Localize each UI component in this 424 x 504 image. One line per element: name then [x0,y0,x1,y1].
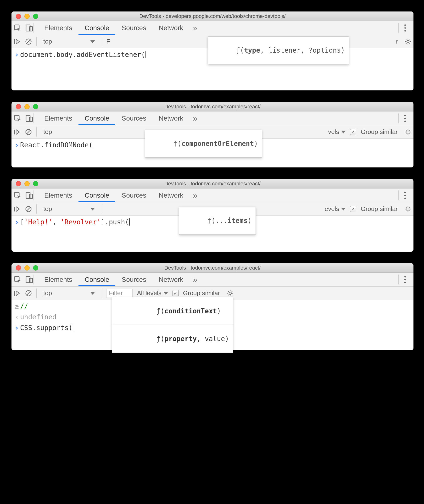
chevron-down-icon [90,208,95,210]
sidebar-toggle-icon[interactable] [13,38,21,45]
device-toolbar-icon[interactable] [25,276,33,284]
context-label: top [43,38,52,45]
close-icon[interactable] [16,265,21,270]
svg-line-12 [27,130,30,134]
settings-gear-icon[interactable] [404,205,412,213]
kebab-menu-icon[interactable] [404,195,406,196]
tab-sources[interactable]: Sources [115,111,152,125]
window-title: DevTools - todomvc.com/examples/react/ [12,265,413,271]
tab-console[interactable]: Console [79,273,116,286]
log-levels-select[interactable]: vels [328,128,346,136]
devtools-window: DevTools - developers.google.com/web/too… [12,12,413,90]
clear-console-icon[interactable] [25,129,32,136]
tab-elements[interactable]: Elements [38,273,79,286]
panel-tabs: Elements Console Sources Network » [38,189,201,202]
close-icon[interactable] [16,181,21,186]
tab-elements[interactable]: Elements [38,111,79,125]
filter-placeholder: Filter [109,289,123,297]
tab-network[interactable]: Network [152,111,189,125]
settings-gear-icon[interactable] [227,290,234,297]
device-toolbar-icon[interactable] [25,24,33,32]
minimize-icon[interactable] [25,14,30,19]
log-levels-select[interactable]: evels [325,205,346,213]
tab-sources[interactable]: Sources [115,189,152,202]
tab-network[interactable]: Network [152,189,189,202]
kebab-menu-icon[interactable] [404,118,406,119]
signature-tooltip: ƒ(property, value) [112,325,233,353]
window-title: DevTools - todomvc.com/examples/react/ [12,104,413,110]
minimize-icon[interactable] [25,104,30,109]
sidebar-toggle-icon[interactable] [13,129,21,136]
tab-console[interactable]: Console [79,189,116,202]
console-code[interactable]: ['Help!', 'Revolver'].push( [20,218,130,226]
inspect-icon[interactable] [13,191,22,199]
log-levels-select[interactable]: All levels [137,289,168,297]
output-icon: ‹ [15,313,20,321]
svg-line-26 [27,291,30,295]
tab-network[interactable]: Network [152,273,189,286]
devtools-window: DevTools - todomvc.com/examples/react/ E… [12,102,413,167]
group-similar-label: Group similar [183,289,220,297]
execution-context-select[interactable]: top [41,289,97,298]
device-toolbar-icon[interactable] [25,191,33,199]
tab-elements[interactable]: Elements [38,21,79,35]
svg-point-20 [407,208,409,210]
input-history-icon: ≥ [15,302,20,310]
inspect-icon[interactable] [13,24,22,32]
window-titlebar[interactable]: DevTools - todomvc.com/examples/react/ [12,179,413,189]
execution-context-select[interactable]: top [41,127,54,137]
tab-sources[interactable]: Sources [115,21,152,35]
zoom-icon[interactable] [33,265,38,270]
more-tabs-icon[interactable]: » [189,189,201,202]
execution-context-select[interactable]: top [41,204,97,214]
tab-sources[interactable]: Sources [115,273,152,286]
console-code[interactable]: document.body.addEventListener( [20,51,146,59]
kebab-menu-icon[interactable] [404,279,406,280]
group-similar-checkbox[interactable]: ✓ [350,129,356,135]
console-body[interactable]: ƒ(conditionText) ƒ(property, value) ≥ //… [12,300,413,350]
zoom-icon[interactable] [33,181,38,186]
context-label: top [43,289,52,297]
tab-network[interactable]: Network [152,21,189,35]
window-titlebar[interactable]: DevTools - todomvc.com/examples/react/ [12,102,413,111]
settings-gear-icon[interactable] [404,38,412,45]
inspect-icon[interactable] [13,276,22,284]
device-toolbar-icon[interactable] [25,114,33,123]
console-toolbar: top evels ✓ Group similar ƒ(...items) [12,202,413,216]
console-code[interactable]: CSS.supports( [20,324,73,332]
tab-console[interactable]: Console [79,111,116,125]
filter-input[interactable]: Filter [106,289,132,298]
svg-point-6 [407,40,409,43]
console-toolbar: top F r ƒ(type, listener, ?options) [12,35,413,48]
clear-console-icon[interactable] [25,290,32,297]
sidebar-toggle-icon[interactable] [13,290,21,297]
tab-console[interactable]: Console [79,21,116,35]
panel-tabs: Elements Console Sources Network » [38,273,201,286]
close-icon[interactable] [16,14,21,19]
console-history-text: // [20,302,28,310]
minimize-icon[interactable] [25,181,30,186]
kebab-menu-icon[interactable] [404,27,406,29]
zoom-icon[interactable] [33,104,38,109]
more-tabs-icon[interactable]: » [189,21,201,35]
tab-elements[interactable]: Elements [38,189,79,202]
group-similar-checkbox[interactable]: ✓ [173,290,179,296]
more-tabs-icon[interactable]: » [189,273,201,286]
prompt-icon: › [15,218,20,226]
settings-gear-icon[interactable] [404,129,412,136]
minimize-icon[interactable] [25,265,30,270]
clear-console-icon[interactable] [25,38,32,45]
more-tabs-icon[interactable]: » [189,111,201,125]
execution-context-select[interactable]: top [41,37,97,46]
clear-console-icon[interactable] [25,205,32,213]
console-code[interactable]: React.findDOMNode( [20,141,93,149]
close-icon[interactable] [16,104,21,109]
sidebar-toggle-icon[interactable] [13,205,21,213]
devtools-toolbar: Elements Console Sources Network » [12,21,413,35]
inspect-icon[interactable] [13,114,22,123]
devtools-toolbar: Elements Console Sources Network » [12,273,413,287]
group-similar-checkbox[interactable]: ✓ [350,206,356,212]
window-titlebar[interactable]: DevTools - todomvc.com/examples/react/ [12,263,413,273]
zoom-icon[interactable] [33,14,38,19]
window-titlebar[interactable]: DevTools - developers.google.com/web/too… [12,12,413,21]
